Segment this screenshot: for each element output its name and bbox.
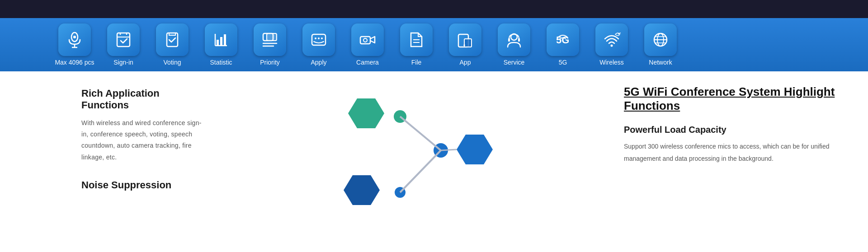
toolbar-item-app[interactable]: App	[445, 23, 486, 66]
toolbar-item-service[interactable]: Service	[494, 23, 534, 66]
toolbar-label-service: Service	[504, 59, 525, 66]
toolbar-label-voting: Voting	[164, 59, 181, 66]
noise-title: Noise Suppression	[81, 179, 208, 191]
svg-rect-22	[360, 37, 370, 44]
file-icon	[407, 31, 425, 49]
svg-rect-11	[217, 40, 219, 46]
toolbar-label-camera: Camera	[356, 59, 379, 66]
service-icon	[505, 31, 523, 49]
svg-point-33	[611, 45, 613, 47]
fiveg-icon: 5G	[554, 31, 572, 49]
right-section: 5G WiFi Conference System Highlight Func…	[606, 71, 868, 225]
rich-app-title: Rich Application Functions	[81, 88, 208, 111]
toolbar-icon-box-file	[400, 23, 433, 56]
mic-icon	[66, 31, 84, 49]
toolbar-label-statistic: Statistic	[210, 59, 232, 66]
toolbar-label-app: App	[460, 59, 471, 66]
toolbar-label-max4096: Max 4096 pcs	[55, 59, 94, 66]
camera-icon	[359, 31, 377, 49]
svg-rect-4	[117, 33, 130, 47]
toolbar-label-signin: Sign-in	[113, 59, 133, 66]
toolbar-item-5g[interactable]: 5G 5G	[542, 23, 583, 66]
svg-rect-12	[220, 37, 222, 46]
rich-app-text: With wireless and wired conference sign-…	[81, 117, 208, 163]
toolbar-icon-box-mic	[58, 23, 91, 56]
signin-icon	[114, 31, 132, 49]
line-bottom-center	[400, 150, 441, 192]
feature-title: Powerful Load Capacity	[624, 125, 841, 135]
toolbar-icon-box-service	[498, 23, 530, 56]
toolbar-label-5g: 5G	[559, 59, 567, 66]
feature-text: Support 300 wireless conference mics to …	[624, 140, 841, 164]
apply-icon	[310, 31, 328, 49]
svg-point-20	[318, 37, 320, 39]
main-content: Rich Application Functions With wireless…	[0, 71, 868, 225]
statistic-icon	[212, 31, 230, 49]
line-top-center	[400, 117, 441, 150]
svg-rect-13	[224, 34, 226, 46]
toolbar-icon-box-camera	[351, 23, 384, 56]
toolbar-label-file: File	[411, 59, 422, 66]
top-black-bar	[0, 0, 868, 18]
svg-point-21	[321, 37, 323, 39]
svg-rect-27	[464, 39, 472, 47]
toolbar-item-camera[interactable]: Camera	[347, 23, 388, 66]
toolbar-icon-box-priority	[254, 23, 286, 56]
toolbar-icon-box-app	[449, 23, 481, 56]
toolbar-label-network: Network	[649, 59, 672, 66]
toolbar-label-apply: Apply	[311, 59, 326, 66]
toolbar-item-priority[interactable]: Priority	[250, 23, 290, 66]
line-center-right	[441, 149, 457, 150]
toolbar-item-network[interactable]: Network	[640, 23, 681, 66]
svg-rect-31	[518, 38, 520, 42]
toolbar-item-signin[interactable]: Sign-in	[103, 23, 144, 66]
toolbar-item-statistic[interactable]: Statistic	[201, 23, 241, 66]
center-diagram	[226, 71, 606, 225]
app-icon	[456, 31, 474, 49]
toolbar-label-wireless: Wireless	[599, 59, 624, 66]
svg-rect-15	[267, 33, 277, 41]
svg-text:5G: 5G	[556, 34, 569, 46]
hex-teal-large	[348, 98, 384, 128]
toolbar-icon-box-network	[644, 23, 677, 56]
wireless-icon	[603, 31, 621, 49]
diagram-svg	[321, 80, 511, 216]
svg-point-3	[73, 36, 76, 38]
highlight-title: 5G WiFi Conference System Highlight Func…	[624, 85, 841, 113]
toolbar-label-priority: Priority	[260, 59, 280, 66]
voting-icon	[163, 31, 181, 49]
toolbar-icon-box-5g: 5G	[547, 23, 579, 56]
svg-point-19	[315, 37, 316, 39]
network-icon	[651, 31, 670, 49]
hex-blue-bottom	[344, 175, 380, 205]
toolbar-item-voting[interactable]: Voting	[152, 23, 193, 66]
toolbar-item-apply[interactable]: Apply	[298, 23, 339, 66]
toolbar-icon-box-voting	[156, 23, 189, 56]
toolbar-item-wireless[interactable]: Wireless	[591, 23, 632, 66]
svg-rect-30	[508, 38, 510, 42]
toolbar-icon-box-statistic	[205, 23, 237, 56]
toolbar-icon-box-signin	[107, 23, 140, 56]
svg-point-23	[363, 38, 367, 42]
icon-toolbar: Max 4096 pcs Sign-in Voting	[0, 18, 868, 71]
toolbar-item-max4096[interactable]: Max 4096 pcs	[54, 23, 95, 66]
left-section: Rich Application Functions With wireless…	[0, 71, 226, 225]
toolbar-item-file[interactable]: File	[396, 23, 437, 66]
toolbar-icon-box-wireless	[595, 23, 628, 56]
svg-rect-18	[312, 34, 326, 45]
priority-icon	[261, 31, 279, 49]
hex-blue-right	[457, 135, 493, 164]
toolbar-icon-box-apply	[302, 23, 335, 56]
